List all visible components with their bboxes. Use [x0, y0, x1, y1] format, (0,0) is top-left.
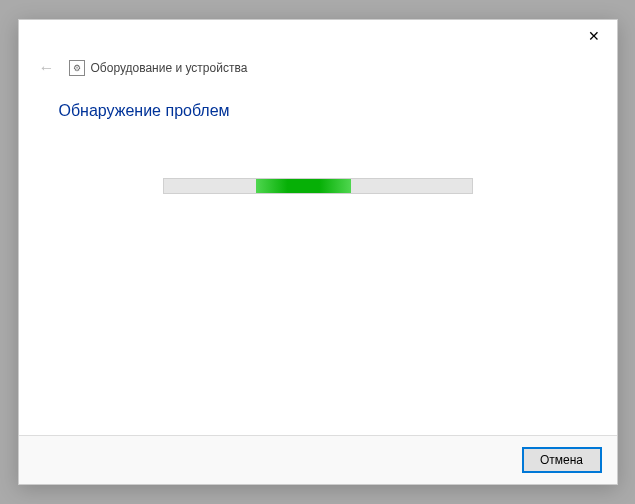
- breadcrumb-title-wrap: ⚙ Оборудование и устройства: [69, 60, 248, 76]
- hardware-icon: ⚙: [69, 60, 85, 76]
- progress-fill: [256, 179, 351, 193]
- cancel-button[interactable]: Отмена: [523, 448, 601, 472]
- back-arrow-icon: ←: [39, 59, 55, 77]
- breadcrumb-title: Оборудование и устройства: [91, 61, 248, 75]
- footer: Отмена: [19, 435, 617, 484]
- close-button[interactable]: ✕: [571, 20, 617, 52]
- titlebar: ✕: [19, 20, 617, 52]
- content-area: Обнаружение проблем: [19, 88, 617, 435]
- close-icon: ✕: [588, 28, 600, 44]
- troubleshooter-window: ✕ ← ⚙ Оборудование и устройства Обнаруже…: [18, 19, 618, 485]
- progress-bar: [163, 178, 473, 194]
- breadcrumb: ← ⚙ Оборудование и устройства: [19, 52, 617, 88]
- page-heading: Обнаружение проблем: [59, 102, 577, 120]
- progress-container: [59, 178, 577, 194]
- back-button[interactable]: ←: [37, 58, 57, 78]
